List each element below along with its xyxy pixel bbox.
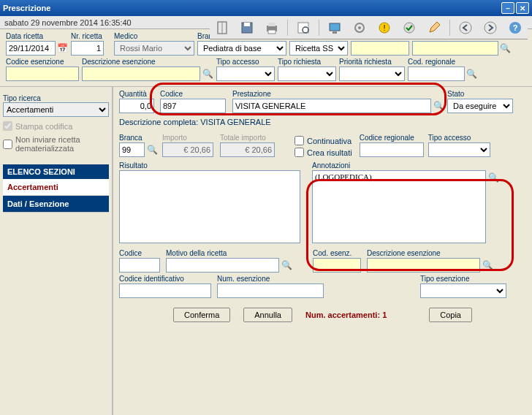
num-accertamenti: Num. accertamenti: 1 (305, 311, 387, 319)
svg-rect-9 (330, 23, 340, 31)
next-icon[interactable] (481, 18, 500, 37)
num-esenz-label: Num. esenzione (217, 275, 327, 283)
edit-icon[interactable] (425, 18, 444, 37)
tipo-ricerca-label: Tipo ricerca (3, 94, 109, 102)
svg-rect-3 (244, 23, 250, 26)
cod-regionale-label: Cod. regionale (408, 58, 477, 66)
annulla-button[interactable]: Annulla (243, 308, 292, 322)
lookup-icon[interactable]: 🔍 (482, 259, 493, 271)
quantita-input[interactable] (119, 99, 154, 113)
minimize-button[interactable]: – (501, 2, 514, 14)
monitor-icon[interactable] (325, 18, 344, 37)
disc-check-icon[interactable] (400, 18, 419, 37)
tipo-richiesta-label: Tipo richiesta (278, 58, 336, 66)
cod-reg-mid-input[interactable] (360, 142, 424, 157)
sidebar-item-dati-esenzione[interactable]: Dati / Esenzione (3, 196, 109, 213)
crea-risultati-check[interactable] (294, 148, 304, 157)
tipo-esenz-select[interactable] (420, 283, 506, 298)
lookup-icon[interactable]: 🔍 (500, 42, 511, 54)
lookup-icon[interactable]: 🔍 (433, 100, 444, 112)
desc-esenz-input[interactable] (82, 66, 200, 81)
lookup-icon[interactable]: 🔍 (146, 144, 158, 156)
stato-select[interactable]: Da eseguire (447, 99, 513, 113)
disc-warn-icon[interactable]: ! (375, 18, 394, 37)
lookup-icon[interactable]: 🔍 (281, 259, 292, 271)
cod-esenz-label: Codice esenzione (6, 58, 79, 66)
tipo-richiesta-select[interactable] (278, 66, 336, 81)
copia-button[interactable]: Copia (429, 308, 472, 322)
desc-esenz2-input[interactable] (367, 258, 480, 273)
cod-esenz2-input[interactable] (313, 258, 361, 273)
branca-mid-input[interactable] (119, 142, 145, 157)
motivo-input[interactable] (412, 41, 498, 56)
calendar-icon[interactable]: 📅 (57, 42, 68, 54)
save-icon[interactable] (238, 18, 256, 37)
right-content: Quantità Codice Prestazione 🔍 Stato Da e… (113, 87, 532, 415)
totale-label: Totale importo (220, 134, 278, 142)
svg-rect-10 (332, 31, 337, 34)
prev-icon[interactable] (456, 18, 475, 37)
desc-esenz-label: Descrizione esenzione (82, 58, 213, 66)
risultato-textarea[interactable] (119, 170, 300, 243)
non-inviare-check[interactable] (3, 140, 12, 149)
svg-rect-6 (268, 30, 276, 34)
priorita-select[interactable] (339, 66, 405, 81)
lookup-icon[interactable]: 🔍 (202, 68, 213, 80)
tipo-esenz-label: Tipo esenzione (420, 275, 508, 283)
stampa-codifica-label: Stampa codifica (15, 122, 72, 131)
formato-select[interactable]: Ricetta SSN (289, 41, 348, 56)
svg-point-17 (484, 22, 496, 34)
prestazione-input[interactable] (232, 99, 431, 113)
tipo-accesso-select[interactable] (216, 66, 275, 81)
continuativa-check[interactable] (294, 136, 304, 145)
totale-input (220, 142, 275, 157)
branca-mid-label: Branca (119, 134, 159, 142)
nr-ricetta-label: Nr. ricetta (71, 32, 111, 40)
prestazione-label: Prestazione (232, 90, 444, 98)
medico-select[interactable]: Rossi Mario (114, 41, 194, 56)
crea-risultati-label: Crea risultati (307, 148, 352, 157)
print-icon[interactable] (262, 18, 281, 37)
cod-esenz-input[interactable] (6, 66, 79, 81)
titlebar: Prescrizione – ✕ (0, 0, 532, 16)
annotazioni-textarea[interactable]: (LOGOPEDICA) (312, 170, 486, 243)
tipo-acc-mid-select[interactable] (428, 142, 490, 157)
lookup-icon[interactable]: 🔍 (487, 172, 499, 183)
codice2-label: Codice (119, 249, 163, 257)
settings-icon[interactable] (350, 18, 369, 37)
data-ricetta-input[interactable] (6, 41, 56, 56)
cod-id-input[interactable] (119, 283, 211, 298)
motivo2-input[interactable] (166, 258, 279, 273)
lookup-icon[interactable]: 🔍 (466, 68, 477, 80)
nr-ricetta-input[interactable] (71, 41, 104, 56)
continuativa-label: Continuativa (307, 137, 352, 145)
data-ricetta-label: Data ricetta (6, 32, 68, 40)
priorita-label: Priorità richiesta (339, 58, 405, 66)
tipo-accesso-label: Tipo accesso (216, 58, 275, 66)
tipo-ricerca-select[interactable]: Accertamenti (3, 102, 109, 117)
medico-label: Medico (114, 32, 194, 40)
cod-esenz2-label: Cod. esenz. (313, 249, 364, 257)
cod-id-label: Codice identificativo (119, 275, 214, 283)
motivo2-label: Motivo della ricetta (166, 249, 294, 257)
cod-regionale-input[interactable] (408, 66, 465, 81)
codice2-input[interactable] (119, 258, 160, 273)
sidebar-item-accertamenti[interactable]: Accertamenti (3, 179, 109, 196)
branca-select[interactable]: Pediatra di base (197, 41, 286, 56)
quantita-label: Quantità (119, 90, 157, 98)
risultato-label: Risultato (119, 161, 302, 170)
descrizione-completa: Descrizione completa: VISITA GENERALE (119, 118, 526, 126)
conferma-button[interactable]: Conferma (173, 308, 230, 322)
codice-mid-input[interactable] (160, 99, 226, 113)
preview-icon[interactable] (294, 18, 313, 37)
codice-input[interactable] (351, 41, 409, 56)
close-button[interactable]: ✕ (516, 2, 529, 14)
num-esenz-input[interactable] (217, 283, 324, 298)
help-icon[interactable]: ? (506, 18, 525, 37)
book-icon[interactable] (213, 18, 232, 37)
sezioni-header: ELENCO SEZIONI (3, 164, 109, 179)
non-inviare-label: Non inviare ricetta dematerializzata (15, 135, 109, 153)
window-title: Prescrizione (3, 4, 50, 12)
stato-label: Stato (447, 90, 513, 98)
svg-rect-5 (268, 23, 276, 26)
